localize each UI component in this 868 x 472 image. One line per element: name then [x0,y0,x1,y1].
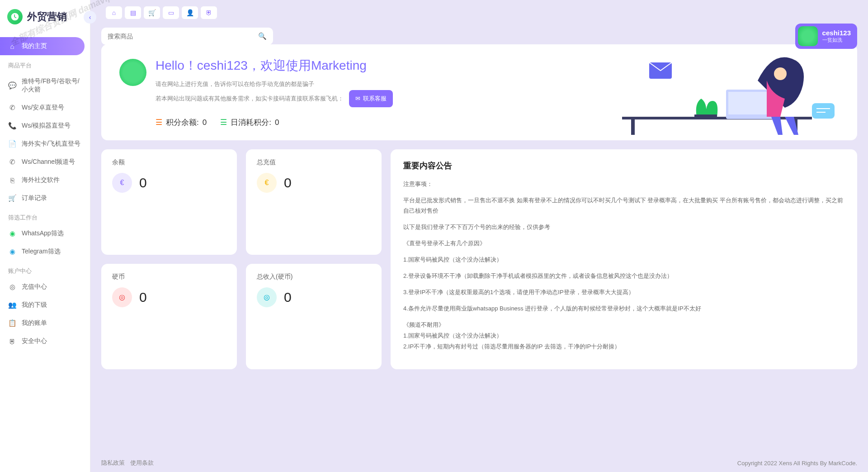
cart-icon[interactable]: 🛒 [144,6,160,19]
stat-value: 0 [139,290,147,305]
notice-line: 平台是已批发形式销售，一旦售出不退不换 如果有登录不上的情况你可以不时买几个号测… [403,195,844,215]
user-icon[interactable]: 👤 [182,6,198,19]
collapse-button[interactable]: ‹ [84,11,96,24]
balance-card: 余额 € 0 [101,149,237,255]
svg-rect-7 [694,114,717,119]
svg-rect-9 [812,103,835,119]
recharge-icon: ◎ [8,283,16,291]
coin-card: 硬币 ◎ 0 [101,264,237,369]
nav-home[interactable]: ⌂ 我的主页 [0,37,85,55]
stat-label: 硬币 [112,273,226,281]
nav-label: 我的账单 [22,319,47,327]
nav-item-twitter[interactable]: 💬推特号/FB号/谷歌号/小火箭 [0,72,90,99]
brand-name: 外贸营销 [27,10,67,24]
welcome-desc-2: 若本网站出现问题或有其他服务需求，如实卡接码请直接联系客服飞机： ✉ 联系客服 [156,90,393,108]
coin-icon: ☰ [156,118,162,127]
copyright: Copyright 2022 Xens All Rights By MarkCo… [737,460,857,467]
nav-item-social-software[interactable]: ⎘海外社交软件 [0,171,90,189]
main-content: Hello！ceshi123，欢迎使用Marketing 请在网站上进行充值，告… [90,41,868,454]
list-icon[interactable]: ▭ [163,6,179,19]
user-status: 一贫如洗 [822,37,851,43]
phone-icon: 📞 [8,122,16,130]
nav-item-billing[interactable]: 📋我的账单 [0,314,90,332]
nav-label: 海外社交软件 [22,176,60,184]
search-box: 🔍 [101,28,273,45]
stat-label: 余额 [112,158,226,167]
stat-label: 总充值 [257,158,371,167]
search-input[interactable] [108,33,258,40]
doc-icon[interactable]: ▤ [125,6,141,19]
nav-section-title: 筛选工作台 [0,207,90,224]
footer: 隐私政策 使用条款 Copyright 2022 Xens All Rights… [90,454,868,472]
svg-rect-1 [631,119,635,135]
nav-item-ws-channel[interactable]: ✆Ws/Channel频道号 [0,153,90,171]
nav-item-subordinate[interactable]: 👥我的下级 [0,296,90,314]
nav-label: 订单记录 [22,194,47,202]
stat-label: 总收入(硬币) [257,273,371,281]
notice-line: 3.登录IP不干净（这是权重最高的1个选项，请使用干净动态IP登录，登录概率大大… [403,287,844,297]
nav-item-recharge[interactable]: ◎充值中心 [0,278,90,296]
stat-value: 0 [139,175,147,191]
nav-label: Ws/Channel频道号 [22,158,75,166]
stat-value: 0 [284,290,292,305]
shield-icon: ⛨ [8,337,16,345]
home-icon[interactable]: ⌂ [106,6,122,19]
nav: ⌂ 我的主页 商品平台 💬推特号/FB号/谷歌号/小火箭 ✆Ws/安卓直登号 📞… [0,33,90,354]
doc-icon: 📄 [8,140,16,148]
notice-title: 重要内容公告 [403,160,844,171]
notice-line: 《频道不耐用》 [403,320,844,330]
nav-item-whatsapp-filter[interactable]: ◉WhatsApp筛选 [0,224,90,243]
welcome-title: Hello！ceshi123，欢迎使用Marketing [156,57,393,74]
notice-line: 1.国家号码被风控（这个没办法解决） [403,255,844,265]
nav-label: 充值中心 [22,283,47,291]
phone-icon: ✆ [8,158,16,166]
app-icon: ⎘ [8,176,16,184]
notice-line: 1.国家号码被风控（这个没办法解决） [403,331,844,341]
bill-icon: 📋 [8,319,16,327]
search-icon[interactable]: 🔍 [258,32,267,40]
topbar: ⌂ ▤ 🛒 ▭ 👤 ⛨ 🔍 ceshi123 一贫如洗 [90,0,868,49]
whatsapp-icon: ◉ [8,229,16,238]
notice-line: 《直登号登录不上有几个原因》 [403,238,844,248]
nav-item-overseas-card[interactable]: 📄海外实卡/飞机直登号 [0,135,90,153]
nav-label: 我的下级 [22,301,47,309]
welcome-avatar [119,59,146,86]
welcome-card: Hello！ceshi123，欢迎使用Marketing 请在网站上进行充值，告… [101,44,857,140]
nav-section-title: 商品平台 [0,55,90,72]
notice-line: 4.条件允许尽量使用商业版whatsapp Business 进行登录，个人版的… [403,304,844,314]
euro-icon: € [112,173,132,193]
home-icon: ⌂ [8,42,16,50]
income-card: 总收入(硬币) ◎ 0 [246,264,382,369]
logo: 外贸营销 [0,0,90,33]
nav-label: 安全中心 [22,337,47,345]
phone-icon: ✆ [8,104,16,112]
user-name: ceshi123 [822,29,851,37]
users-icon: 👥 [8,301,16,309]
contact-button[interactable]: ✉ 联系客服 [349,90,393,108]
notice-line: 2.登录设备环境不干净（卸载删除干净手机或者模拟器里的文件，或者设备信息被风控这… [403,271,844,281]
nav-item-orders[interactable]: 🛒订单记录 [0,189,90,207]
notice-line: 以下是我们登录了不下百万个号的出来的经验，仅供参考 [403,222,844,232]
avatar [798,26,818,46]
nav-label: Telegram筛选 [22,248,61,256]
privacy-link[interactable]: 隐私政策 [101,459,125,467]
svg-point-5 [774,67,787,80]
points-balance: ☰ 积分余额: 0 [156,117,207,128]
user-menu[interactable]: ceshi123 一贫如洗 [795,24,857,49]
nav-item-telegram-filter[interactable]: ◉Telegram筛选 [0,243,90,261]
notice-line: 注意事项： [403,179,844,189]
nav-item-ws-emulator[interactable]: 📞Ws/模拟器直登号 [0,117,90,135]
logo-icon [7,9,23,24]
stat-value: 0 [284,175,292,191]
target-icon: ◎ [257,287,277,307]
nav-item-security[interactable]: ⛨安全中心 [0,332,90,350]
cart-icon: 🛒 [8,194,16,202]
hero-illustration [622,49,839,135]
terms-link[interactable]: 使用条款 [130,459,154,467]
target-icon: ◎ [112,287,132,307]
shield-icon[interactable]: ⛨ [201,6,217,19]
recharge-card: 总充值 € 0 [246,149,382,255]
daily-consumption: ☰ 日消耗积分: 0 [220,117,279,128]
nav-item-ws-android[interactable]: ✆Ws/安卓直登号 [0,99,90,117]
nav-label: 推特号/FB号/谷歌号/小火箭 [22,77,82,94]
